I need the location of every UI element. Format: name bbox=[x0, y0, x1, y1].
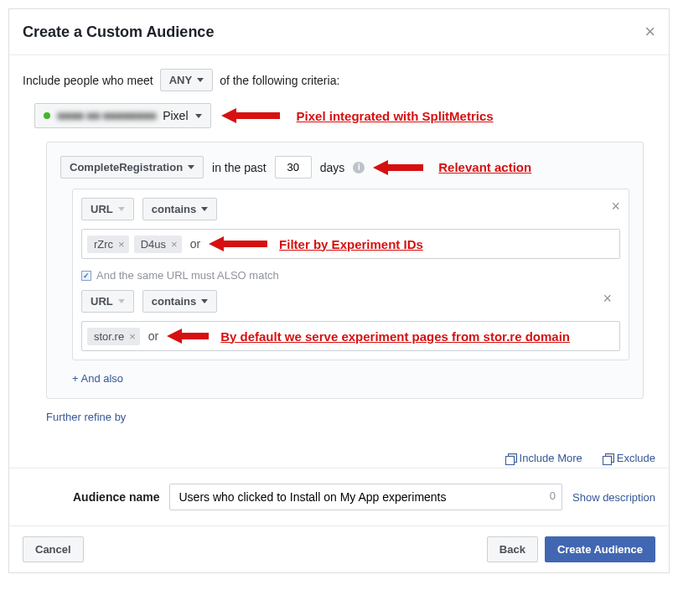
filter-field-label: URL bbox=[91, 203, 113, 215]
filter-op-label: contains bbox=[152, 295, 196, 308]
criteria-suffix: of the following criteria: bbox=[220, 74, 339, 87]
svg-marker-2 bbox=[209, 236, 267, 251]
or-text: or bbox=[187, 237, 204, 251]
info-icon[interactable]: i bbox=[353, 162, 365, 173]
delete-filter-icon[interactable]: × bbox=[611, 198, 620, 215]
filter-op-dropdown[interactable]: contains bbox=[142, 198, 217, 220]
or-text: or bbox=[145, 329, 162, 343]
modal-header: Create a Custom Audience × bbox=[9, 9, 669, 55]
create-audience-modal: Create a Custom Audience × Include peopl… bbox=[8, 8, 670, 573]
include-more-link[interactable]: Include More bbox=[505, 452, 582, 464]
svg-marker-0 bbox=[221, 108, 280, 123]
chip-label: D4us bbox=[141, 238, 166, 251]
also-match-row: ✓ And the same URL must ALSO match bbox=[81, 269, 620, 282]
exclude-icon bbox=[603, 453, 613, 463]
filter-chips-2[interactable]: stor.re × or By default we serve experim… bbox=[81, 321, 620, 351]
further-refine-link[interactable]: Further refine by bbox=[46, 411, 655, 423]
annotation-filter2: By default we serve experiment pages fro… bbox=[220, 329, 570, 344]
close-icon[interactable]: × bbox=[644, 21, 655, 43]
back-button[interactable]: Back bbox=[487, 536, 538, 562]
right-buttons: Back Create Audience bbox=[487, 536, 655, 562]
filter-chips-1[interactable]: rZrc × D4us × or Filter by Experiment ID… bbox=[81, 229, 620, 259]
annotation-pixel: Pixel integrated with SplitMetrics bbox=[297, 109, 494, 123]
cancel-button[interactable]: Cancel bbox=[23, 536, 84, 562]
delete-filter-icon[interactable]: × bbox=[603, 290, 612, 308]
char-count: 0 bbox=[550, 489, 556, 502]
audience-name-section: Audience name 0 Show description bbox=[9, 468, 669, 525]
event-prefix: in the past bbox=[212, 161, 267, 174]
audience-name-input[interactable] bbox=[169, 484, 562, 510]
filter-header-2: URL contains bbox=[81, 290, 620, 313]
filter-field-dropdown[interactable]: URL bbox=[81, 198, 134, 220]
caret-down-icon bbox=[118, 207, 125, 211]
filter-sub-2: × URL contains stor.re bbox=[81, 290, 620, 351]
chip-remove-icon[interactable]: × bbox=[129, 330, 136, 343]
chip: rZrc × bbox=[87, 236, 129, 253]
filter-field-label: URL bbox=[91, 295, 113, 308]
filter-op-dropdown[interactable]: contains bbox=[142, 290, 217, 313]
criteria-mode-dropdown[interactable]: ANY bbox=[160, 69, 213, 91]
arrow-left-icon bbox=[167, 327, 209, 345]
pixel-selector[interactable]: ■■■■ ■■ ■■■■■■■■ Pixel bbox=[34, 103, 211, 128]
caret-down-icon bbox=[195, 114, 202, 118]
pixel-row: ■■■■ ■■ ■■■■■■■■ Pixel Pixel integrated … bbox=[34, 103, 655, 128]
show-description-link[interactable]: Show description bbox=[572, 491, 655, 504]
chip-label: rZrc bbox=[94, 238, 113, 251]
annotation-filter1: Filter by Experiment IDs bbox=[279, 237, 423, 251]
arrow-left-icon bbox=[209, 235, 267, 253]
annotation-action: Relevant action bbox=[438, 160, 531, 174]
modal-body: Include people who meet ANY of the follo… bbox=[9, 55, 669, 440]
chip-remove-icon[interactable]: × bbox=[118, 238, 125, 251]
include-icon bbox=[505, 453, 515, 463]
audience-name-label: Audience name bbox=[73, 490, 159, 504]
chip-label: stor.re bbox=[94, 330, 124, 343]
event-row: CompleteRegistration in the past days i … bbox=[60, 156, 629, 179]
caret-down-icon bbox=[197, 78, 204, 82]
event-suffix: days bbox=[320, 161, 345, 174]
caret-down-icon bbox=[118, 299, 125, 303]
chip: stor.re × bbox=[87, 328, 140, 345]
criteria-prefix: Include people who meet bbox=[23, 74, 153, 87]
filter-op-label: contains bbox=[152, 203, 196, 215]
event-rule-box: CompleteRegistration in the past days i … bbox=[46, 142, 644, 399]
button-footer: Cancel Back Create Audience bbox=[9, 525, 669, 572]
criteria-line: Include people who meet ANY of the follo… bbox=[23, 69, 655, 91]
filter-box-1: × URL contains rZrc × bbox=[72, 189, 629, 360]
name-input-wrap: 0 bbox=[169, 484, 562, 510]
modal-title: Create a Custom Audience bbox=[23, 23, 214, 41]
pixel-suffix: Pixel bbox=[163, 109, 188, 122]
criteria-mode-label: ANY bbox=[169, 74, 192, 86]
days-input[interactable] bbox=[275, 156, 312, 179]
event-action-label: CompleteRegistration bbox=[70, 161, 183, 173]
footer-links: Include More Exclude bbox=[9, 440, 669, 468]
chip-remove-icon[interactable]: × bbox=[171, 238, 178, 251]
filter-field-dropdown[interactable]: URL bbox=[81, 290, 134, 313]
svg-marker-3 bbox=[167, 329, 209, 344]
pixel-name-blurred: ■■■■ ■■ ■■■■■■■■ bbox=[57, 109, 156, 122]
create-audience-button[interactable]: Create Audience bbox=[545, 536, 655, 562]
also-match-text: And the same URL must ALSO match bbox=[96, 269, 279, 282]
check-icon: ✓ bbox=[81, 271, 91, 281]
caret-down-icon bbox=[201, 207, 208, 211]
arrow-left-icon bbox=[221, 106, 280, 125]
svg-marker-1 bbox=[373, 160, 423, 175]
caret-down-icon bbox=[201, 299, 208, 303]
caret-down-icon bbox=[188, 165, 194, 169]
arrow-left-icon bbox=[373, 158, 423, 177]
exclude-label: Exclude bbox=[617, 452, 655, 464]
chip: D4us × bbox=[134, 236, 182, 253]
exclude-link[interactable]: Exclude bbox=[603, 452, 655, 464]
include-label: Include More bbox=[520, 452, 582, 464]
filter-header-1: URL contains bbox=[81, 198, 620, 220]
status-dot-icon bbox=[44, 112, 50, 119]
and-also-link[interactable]: + And also bbox=[72, 372, 629, 385]
event-action-dropdown[interactable]: CompleteRegistration bbox=[60, 156, 204, 179]
